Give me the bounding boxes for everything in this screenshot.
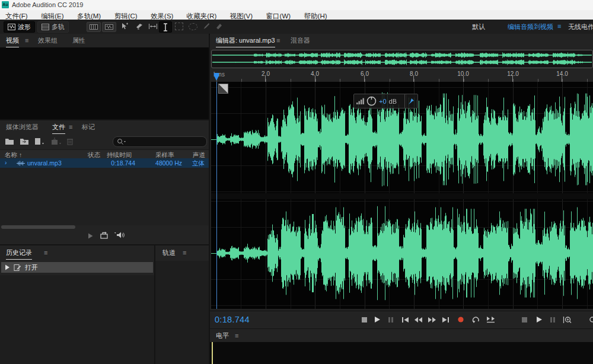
waveform-view-button[interactable]: 波形 [4,21,35,33]
skip-to-start-button[interactable] [400,315,410,324]
transport-bar: 0:18.744 [210,311,593,328]
spectral-split-handle[interactable] [218,84,228,94]
main-waveform-canvas[interactable] [211,82,593,309]
hud-pin-button[interactable] [404,94,418,108]
zoom-out-point-button[interactable] [589,315,593,324]
history-item-open[interactable]: 打开 [1,262,153,273]
overview-waveform-canvas[interactable] [212,52,592,66]
spot-healing-tool-button[interactable] [213,21,225,31]
waveform-display-button[interactable] [102,22,116,32]
play-button[interactable] [372,315,382,324]
workspace-active[interactable]: 编辑音频到视频 [508,23,553,31]
hud-gain-value[interactable]: +0 [379,98,387,105]
editor-panel-menu-icon[interactable]: ≡ [276,37,280,44]
tick-10: 10.0 [457,71,468,77]
skip-selection-button[interactable] [486,315,495,324]
multitrack-view-label: 多轨 [52,23,65,31]
waveform-view-label: 波形 [18,23,31,31]
open-action-icon [14,264,21,272]
pause-secondary-button[interactable] [548,315,557,324]
history-state-icon [5,264,10,270]
razor-tool-button[interactable] [133,21,145,31]
workspace-default[interactable]: 默认 [472,23,485,31]
move-tool-icon [120,23,129,30]
import-file-icon[interactable] [20,137,29,148]
tick-8: 8.0 [410,71,418,77]
gain-knob-icon[interactable] [366,96,377,106]
levels-panel-menu-icon[interactable]: ≡ [235,332,238,339]
play-secondary-button[interactable] [534,315,544,324]
files-horizontal-scrollbar[interactable] [1,225,75,229]
search-input[interactable] [129,138,202,146]
history-panel-menu-icon[interactable]: ≡ [44,249,47,256]
multitrack-view-button[interactable]: 多轨 [37,21,69,33]
workspace-menu-icon[interactable]: ≡ [557,23,561,30]
new-file-icon[interactable] [34,137,45,148]
search-icon [117,138,126,145]
row-disclosure-icon[interactable]: › [5,159,7,166]
tab-properties[interactable]: 属性 [72,36,85,45]
spectral-display-button[interactable] [87,22,101,32]
ruler-major-ticks [216,76,593,82]
skip-to-end-button[interactable] [441,315,450,324]
tab-files[interactable]: 文件 [52,123,65,134]
loop-playback-icon[interactable] [100,231,109,242]
time-selection-tool-button[interactable] [159,21,172,33]
stop-secondary-button[interactable] [519,315,529,324]
move-tool-button[interactable] [119,21,130,31]
main-toolbar: 波形 多轨 默认 编辑音频到视频 ≡ 无线电作业 [0,20,593,34]
file-duration: 0:18.744 [106,159,135,167]
tab-video[interactable]: 视频 [6,36,19,47]
waveform-overview-strip[interactable] [211,50,593,68]
sort-arrow-icon: ↑ [19,151,22,158]
tracks-panel: 轨道 ≡ [155,245,209,364]
waveform-display-area[interactable]: +0 dB [211,82,593,309]
files-panel-tabs: 媒体浏览器 文件 ≡ 标记 [0,120,209,134]
tracks-panel-menu-icon[interactable]: ≡ [183,249,186,256]
insert-multitrack-icon[interactable] [51,137,62,148]
tab-markers[interactable]: 标记 [82,123,95,132]
stop-button[interactable] [359,315,369,324]
pause-button[interactable] [386,315,396,324]
history-item-label: 打开 [25,263,38,272]
slip-tool-button[interactable] [147,21,159,31]
current-time-display[interactable]: 0:18.744 [215,315,250,324]
hud-gain-unit: dB [389,98,397,105]
tab-mixer[interactable]: 混音器 [291,36,310,45]
rewind-button[interactable] [413,315,423,324]
menu-bar: 文件(F) 编辑(E) 多轨(M) 剪辑(C) 效果(S) 收藏夹(R) 视图(… [0,10,593,20]
tab-effects-rack[interactable]: 效果组 [38,36,58,45]
loop-playback-button[interactable] [471,315,480,324]
tracks-panel-title: 轨道 [162,248,176,257]
files-panel-menu-icon[interactable]: ≡ [69,123,72,130]
workspace-radio[interactable]: 无线电作业 [568,23,593,31]
tab-media-browser[interactable]: 媒体浏览器 [6,123,39,132]
multitrack-view-icon [42,24,49,30]
files-preview-controls [0,230,209,243]
playhead-marker-tip[interactable] [214,76,219,81]
paintbrush-tool-icon [202,23,210,30]
speaker-icon[interactable] [114,231,125,241]
levels-panel-title: 电平 [216,331,229,340]
fast-forward-button[interactable] [427,315,436,324]
video-preview-area [0,47,209,119]
record-button[interactable] [456,315,466,324]
pin-icon [408,98,415,104]
tab-editor[interactable]: 编辑器: unvaral.mp3 [216,36,275,47]
lasso-tool-button[interactable] [187,21,199,31]
marquee-tool-button[interactable] [173,21,185,31]
search-box[interactable] [113,136,207,147]
razor-tool-icon [135,23,144,30]
timeline-ruler[interactable]: hms 2.0 4.0 6.0 8.0 10.0 12.0 14.0 [210,70,593,82]
volume-hud[interactable]: +0 dB [353,94,407,108]
preview-play-icon[interactable] [87,231,94,242]
file-row[interactable]: › unvaral.mp3 0:18.744 48000 Hz 立体 [0,158,209,168]
level-meter-area[interactable] [210,342,593,364]
paintbrush-tool-button[interactable] [200,21,212,31]
editor-tabs: 编辑器: unvaral.mp3 ≡ 混音器 [210,34,593,47]
open-file-icon[interactable] [5,137,14,148]
zoom-in-point-button[interactable] [562,315,572,324]
trash-icon[interactable] [66,137,74,148]
video-panel-menu-icon[interactable]: ≡ [25,37,28,44]
tick-12: 12.0 [507,71,518,77]
